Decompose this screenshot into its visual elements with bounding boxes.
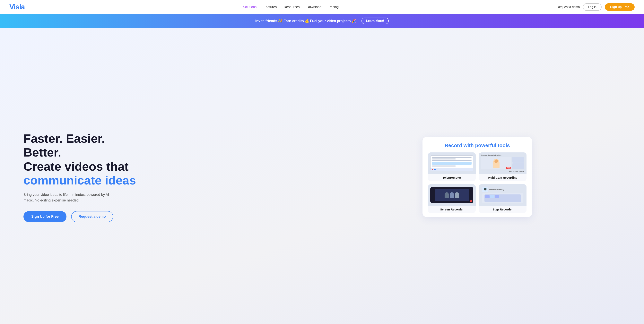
signup-button[interactable]: Sign up Free: [605, 3, 634, 11]
tool-step-recorder-label: Step Recorder: [491, 206, 514, 213]
tool-multicam[interactable]: Connect Device to Desktop REC: [479, 152, 526, 181]
tools-grid: Teleprompter Connect Device to Desktop R…: [428, 152, 526, 213]
nav-solutions[interactable]: Solutions: [243, 5, 256, 9]
hero-tools-panel: Record with powerful tools: [334, 137, 620, 217]
tool-teleprompter[interactable]: Teleprompter: [428, 152, 476, 181]
promo-banner: Invite friends 🧑‍🤝‍🧑 Earn credits 💰 Fuel…: [0, 14, 644, 28]
step-recorder-icon: 🖥️: [482, 187, 488, 192]
hero-cta-group: Sign Up for Free Request a demo: [24, 211, 137, 222]
tool-multicam-image: Connect Device to Desktop REC: [479, 152, 526, 174]
tool-screen-recorder-image: [428, 184, 476, 206]
banner-text: Invite friends 🧑‍🤝‍🧑 Earn credits 💰 Fuel…: [255, 17, 389, 24]
signup-hero-button[interactable]: Sign Up for Free: [24, 211, 66, 222]
tool-screen-recorder-label: Screen Recorder: [438, 206, 465, 213]
nav-download[interactable]: Download: [307, 5, 322, 9]
login-button[interactable]: Log in: [583, 3, 602, 11]
navbar: Visla Solutions Features Resources Downl…: [0, 0, 644, 14]
nav-features[interactable]: Features: [264, 5, 277, 9]
tool-step-recorder[interactable]: 🖥️ Screen Recording: [479, 184, 526, 213]
hero-heading: Faster. Easier. Better. Create videos th…: [24, 131, 137, 187]
request-demo-nav-button[interactable]: Request a demo: [557, 5, 580, 9]
tools-card-title: Record with powerful tools: [428, 142, 526, 149]
learn-more-button[interactable]: Learn More!: [362, 17, 389, 24]
tool-multicam-label: Multi-Cam Recording: [486, 174, 519, 181]
tool-step-recorder-image: 🖥️ Screen Recording: [479, 184, 526, 206]
nav-resources[interactable]: Resources: [284, 5, 300, 9]
tools-card: Record with powerful tools: [422, 137, 532, 217]
hero-content: Faster. Easier. Better. Create videos th…: [24, 131, 137, 222]
demo-hero-button[interactable]: Request a demo: [71, 211, 113, 222]
tool-teleprompter-label: Teleprompter: [441, 174, 463, 181]
nav-pricing[interactable]: Pricing: [328, 5, 338, 9]
hero-section: Faster. Easier. Better. Create videos th…: [0, 28, 644, 324]
tool-teleprompter-image: [428, 152, 476, 174]
hero-subtext: Bring your video ideas to life in minute…: [24, 192, 117, 203]
nav-links: Solutions Features Resources Download Pr…: [243, 5, 338, 9]
nav-actions: Request a demo Log in Sign up Free: [557, 3, 634, 11]
brand-logo[interactable]: Visla: [10, 3, 25, 11]
tool-screen-recorder[interactable]: Screen Recorder: [428, 184, 476, 213]
